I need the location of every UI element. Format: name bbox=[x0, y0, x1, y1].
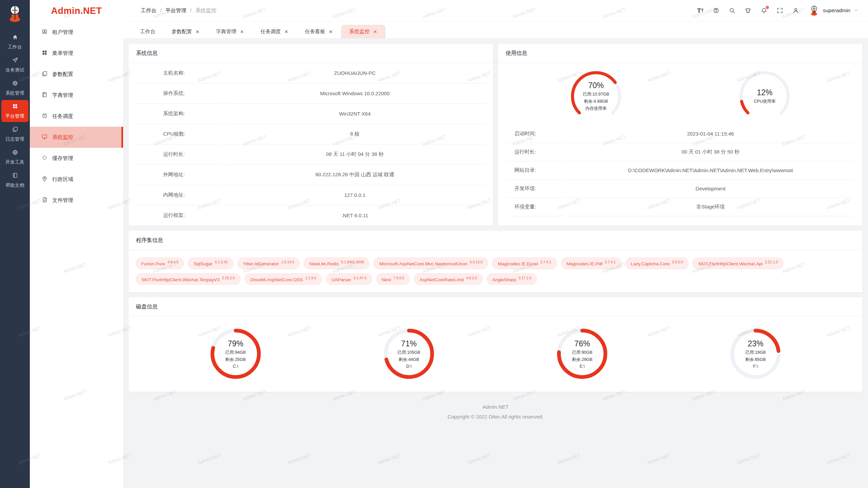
breadcrumb-item: 系统监控 bbox=[195, 7, 216, 14]
assembly-tag[interactable]: NewLife.Redis 5.1.8401.5009 bbox=[304, 258, 369, 269]
info-row-label: 环境变量: bbox=[507, 198, 565, 216]
donut-detail: 已用:105GB bbox=[397, 350, 420, 355]
sidebar-item-system-monitor[interactable]: 系统监控 bbox=[30, 127, 123, 148]
breadcrumb-item[interactable]: 工作台 bbox=[141, 7, 157, 14]
bell-icon[interactable] bbox=[761, 7, 767, 14]
book-icon bbox=[12, 172, 18, 180]
sidebar-item-task-schedule[interactable]: 任务调度 bbox=[30, 106, 123, 127]
user-icon[interactable] bbox=[792, 7, 799, 14]
user-menu[interactable]: superadmin bbox=[808, 5, 859, 16]
donut-percent: 70% bbox=[588, 81, 604, 90]
sidebar-item-label: 系统监控 bbox=[52, 134, 73, 141]
app-logo[interactable] bbox=[5, 3, 25, 24]
assembly-tag[interactable]: AspNetCoreRateLimit 4.0.2.0 bbox=[414, 273, 482, 285]
theme-icon[interactable] bbox=[745, 7, 751, 14]
tab-close-icon[interactable] bbox=[284, 29, 289, 34]
assembly-tag[interactable]: Nest 7.0.0.0 bbox=[376, 273, 410, 285]
assembly-tag[interactable]: Magicodes.IE.Pdf 2.7.4.1 bbox=[561, 258, 621, 269]
card-title: 磁盘信息 bbox=[129, 297, 863, 317]
breadcrumb-separator: / bbox=[160, 7, 162, 14]
rail-item-help-docs[interactable]: 帮助文档 bbox=[1, 169, 28, 191]
rail-item-system-mgmt[interactable]: 系统管理 bbox=[1, 77, 28, 99]
assembly-tag[interactable]: Microsoft.AspNetCore.Mvc.NewtonsoftJson … bbox=[374, 258, 488, 269]
rail-item-label: 系统管理 bbox=[5, 90, 24, 96]
info-row-value: 00 天 01 小时 38 分 50 秒 bbox=[567, 143, 854, 161]
breadcrumb-item[interactable]: 平台管理 bbox=[165, 7, 186, 14]
assembly-tag[interactable]: SKIT.FlurlHttpClient.Wechat.Api 2.21.1.0 bbox=[693, 258, 783, 269]
donut-center-text: 70%已用:10.97GB剩余:4.88GB内存使用率 bbox=[570, 70, 622, 122]
module-nav: 工作台业务测试系统管理平台管理日志管理开发工具帮助文档 bbox=[1, 30, 28, 192]
assembly-tag[interactable]: SqlSugar 5.1.3.42 bbox=[188, 258, 233, 269]
sidebar-item-dict[interactable]: 字典管理 bbox=[30, 85, 123, 106]
sidebar-item-file[interactable]: 文件管理 bbox=[30, 190, 123, 211]
rail-item-platform-mgmt[interactable]: 平台管理 bbox=[1, 100, 28, 122]
assembly-tag-version: 6.0.12.0 bbox=[470, 260, 482, 264]
rail-item-dev-tools[interactable]: 开发工具 bbox=[1, 146, 28, 168]
info-row: 运行时长:08 天 11 小时 04 分 38 秒 bbox=[136, 144, 486, 165]
usage-info-rows: 启动时间:2023-01-04 11:15:46运行时长:00 天 01 小时 … bbox=[498, 125, 863, 216]
assembly-tag-version: 7.0.0.0 bbox=[393, 276, 404, 280]
search-icon[interactable] bbox=[729, 7, 735, 14]
disk-donut: 79%已用:94GB剩余:25GBC:\ bbox=[210, 328, 261, 380]
tab-schedule[interactable]: 任务调度 bbox=[252, 25, 297, 38]
donut-detail: 已用:10.97GB bbox=[583, 92, 609, 97]
rail-item-label: 业务测试 bbox=[5, 67, 24, 73]
tab-close-icon[interactable] bbox=[195, 29, 200, 34]
tab-label: 系统监控 bbox=[349, 28, 370, 35]
breadcrumb: 工作台/平台管理/系统监控 bbox=[141, 7, 216, 14]
assembly-tag-version: 2.7.4.1 bbox=[540, 260, 551, 264]
assembly-tag-version: 5.1.8401.5009 bbox=[341, 260, 364, 264]
card-title: 使用信息 bbox=[498, 44, 863, 63]
assembly-tag[interactable]: SKIT.FlurlHttpClient.Wechat.TenpayV3 2.1… bbox=[136, 273, 240, 285]
language-icon[interactable] bbox=[713, 7, 719, 14]
info-row-value: D:\CODEWORK\Admin.NET\Admin.NET\Admin.NE… bbox=[567, 161, 854, 180]
sidebar-item-param-config[interactable]: 参数配置 bbox=[30, 64, 123, 85]
rail-item-label: 开发工具 bbox=[5, 159, 24, 165]
breadcrumb-separator: / bbox=[190, 7, 192, 14]
rail-item-label: 帮助文档 bbox=[5, 182, 24, 188]
mascot-avatar bbox=[808, 5, 820, 16]
donut-detail: 已用:19GB bbox=[745, 350, 766, 355]
tab-label: 参数配置 bbox=[172, 28, 192, 35]
assembly-tag[interactable]: Furion.Pure 4.8.4.5 bbox=[136, 258, 184, 269]
rail-item-workbench[interactable]: 工作台 bbox=[1, 31, 28, 53]
assembly-tag[interactable]: Yitter.IdGenerator 1.0.14.0 bbox=[238, 258, 300, 269]
tab-close-icon[interactable] bbox=[329, 29, 333, 34]
main-column: 工作台/平台管理/系统监控 TT superadmin 工作台参数配置字典管理任… bbox=[123, 0, 868, 488]
sidebar-item-tenant[interactable]: 租户管理 bbox=[30, 22, 123, 43]
sidebar-item-region[interactable]: 行政区域 bbox=[30, 169, 123, 190]
rail-item-log-mgmt[interactable]: 日志管理 bbox=[1, 123, 28, 145]
info-row-label: 运行时长: bbox=[136, 144, 221, 165]
tab-monitor[interactable]: 系统监控 bbox=[341, 25, 386, 38]
tab-label: 任务看板 bbox=[305, 28, 325, 35]
info-row-value: 8 核 bbox=[224, 124, 486, 144]
tenant-icon bbox=[41, 28, 48, 36]
sidebar-item-menu[interactable]: 菜单管理 bbox=[30, 43, 123, 64]
rail-item-business-test[interactable]: 业务测试 bbox=[1, 54, 28, 76]
assembly-tag[interactable]: AngleSharp 0.17.1.0 bbox=[487, 273, 537, 285]
tab-dict[interactable]: 字典管理 bbox=[208, 25, 252, 38]
assembly-tag[interactable]: OnceMi.AspNetCore.OSS 1.1.9.0 bbox=[245, 273, 322, 285]
tab-config[interactable]: 参数配置 bbox=[163, 25, 208, 38]
info-row-label: 启动时间: bbox=[507, 125, 565, 143]
tab-workbench[interactable]: 工作台 bbox=[132, 25, 163, 38]
donut-detail: 剩余:44GB bbox=[399, 357, 419, 363]
disk-donut: 76%已用:90GB剩余:29GBE:\ bbox=[556, 328, 608, 380]
assembly-tag[interactable]: Lazy.Captcha.Core 2.0.0.0 bbox=[626, 258, 688, 269]
sidebar-item-cache[interactable]: 缓存管理 bbox=[30, 148, 123, 169]
tab-close-icon[interactable] bbox=[240, 29, 244, 34]
info-row-label: 内网地址: bbox=[136, 185, 221, 205]
tab-label: 任务调度 bbox=[260, 28, 281, 35]
donut-detail: 剩余:4.88GB bbox=[584, 99, 608, 104]
font-size-icon[interactable]: TT bbox=[697, 7, 704, 14]
donut-detail: 已用:90GB bbox=[572, 350, 592, 355]
info-row-value: 127.0.0.1 bbox=[224, 185, 486, 205]
fullscreen-icon[interactable] bbox=[776, 7, 783, 14]
tab-board[interactable]: 任务看板 bbox=[297, 25, 341, 38]
donut-detail: 剩余:65GB bbox=[745, 357, 766, 363]
assembly-tag[interactable]: Magicodes.IE.Excel 2.7.4.1 bbox=[492, 258, 556, 269]
assembly-tag[interactable]: UAParser 3.1.47.0 bbox=[326, 273, 372, 285]
info-row: 内网地址:127.0.0.1 bbox=[136, 185, 486, 205]
tab-close-icon[interactable] bbox=[373, 29, 377, 34]
app-root: 工作台业务测试系统管理平台管理日志管理开发工具帮助文档 Admin.NET 租户… bbox=[0, 0, 868, 488]
